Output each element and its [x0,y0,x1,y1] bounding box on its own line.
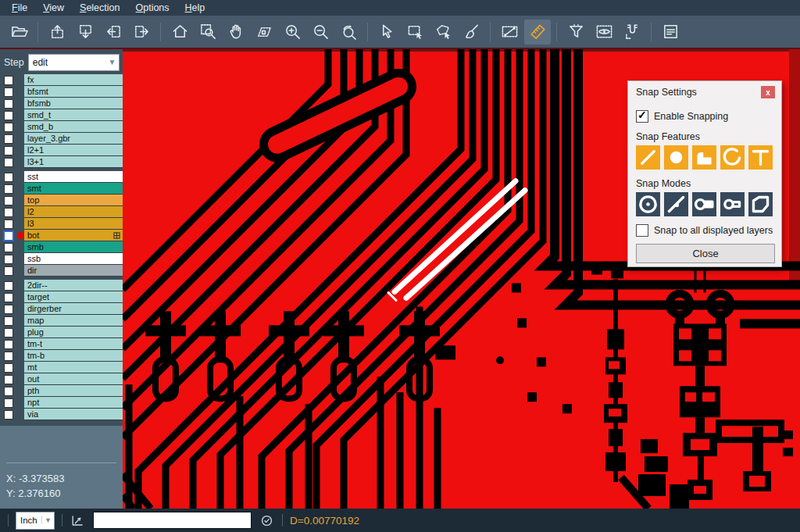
layer-row-bfsmb[interactable]: bfsmb [0,98,123,109]
toolbar-clean-button[interactable] [458,20,484,45]
layer-row-smt[interactable]: smt [0,183,123,195]
snap-feature-circle-button[interactable] [664,145,688,170]
layer-row-bot[interactable]: bot [0,230,123,241]
toolbar-snap-button[interactable] [619,20,645,45]
layer-row-dirgerber[interactable]: dirgerber [0,303,123,315]
layer-row-l2+1[interactable]: l2+1 [0,145,123,156]
toolbar-zoom-out-button[interactable] [307,20,334,45]
snap-mode-center-button[interactable] [636,192,660,216]
menu-selection[interactable]: Selection [73,1,127,15]
toolbar-send-up-button[interactable] [44,20,70,45]
toolbar-send-right-button[interactable] [128,20,155,45]
layer-visibility-checkbox[interactable] [0,280,17,291]
layer-row-l2[interactable]: l2 [0,206,123,218]
layer-row-map[interactable]: map [0,315,123,327]
snap-feature-text-button[interactable] [748,145,773,170]
layer-row-dir[interactable]: dir [0,265,123,277]
toolbar-pan-button[interactable] [223,20,249,45]
layer-visibility-checkbox[interactable] [0,121,17,133]
toolbar-send-left-button[interactable] [100,20,127,45]
layer-visibility-checkbox[interactable] [0,350,17,362]
layer-row-smd_t[interactable]: smd_t [0,109,123,121]
close-icon[interactable]: x [761,86,775,98]
layer-row-2dir--[interactable]: 2dir-- [0,280,123,291]
layer-visibility-checkbox[interactable] [0,315,17,327]
toolbar-select-window-button[interactable] [402,20,428,45]
layer-row-pth[interactable]: pth [0,385,123,397]
toolbar-zoom-in-button[interactable] [279,20,305,45]
menu-options[interactable]: Options [128,1,176,15]
layer-visibility-checkbox[interactable] [0,133,17,145]
layer-row-ssb[interactable]: ssb [0,253,123,265]
snap-feature-line-button[interactable] [636,145,660,170]
layer-visibility-checkbox[interactable] [0,145,17,156]
layer-visibility-checkbox[interactable] [0,373,17,385]
toolbar-send-down-button[interactable] [72,20,98,45]
toolbar-home-view-button[interactable] [166,20,193,45]
layer-visibility-checkbox[interactable] [0,265,17,277]
layer-visibility-checkbox[interactable] [0,291,17,303]
layer-row-l3[interactable]: l3 [0,218,123,230]
coordinate-input[interactable] [93,512,252,529]
layer-row-via[interactable]: via [0,409,123,420]
menu-view[interactable]: View [36,1,71,15]
layer-visibility-checkbox[interactable] [0,362,17,373]
toolbar-zoom-previous-button[interactable] [335,20,362,45]
layer-row-smd_b[interactable]: smd_b [0,121,123,133]
layer-visibility-checkbox[interactable] [0,338,17,350]
toolbar-filter-button[interactable] [562,20,589,45]
layer-row-bfsmt[interactable]: bfsmt [0,86,123,98]
layer-row-layer_3.gbr[interactable]: layer_3.gbr [0,133,123,145]
layer-visibility-checkbox[interactable] [0,195,17,206]
snap-mode-slot-button[interactable] [720,192,745,216]
layer-row-top[interactable]: top [0,195,123,206]
layer-row-smb[interactable]: smb [0,241,123,253]
snap-all-layers-checkbox[interactable] [636,224,648,237]
layer-visibility-checkbox[interactable] [0,171,17,183]
layer-row-fx[interactable]: fx [0,74,123,86]
refresh-icon[interactable] [259,512,275,529]
unit-select[interactable]: Inch ▼ [16,512,55,530]
layer-visibility-checkbox[interactable] [0,109,17,121]
layer-visibility-checkbox[interactable] [0,303,17,315]
layer-row-npt[interactable]: npt [0,397,123,409]
layer-row-mt[interactable]: mt [0,362,123,373]
layer-row-tm-t[interactable]: tm-t [0,338,123,350]
toolbar-view-options-button[interactable] [591,20,617,45]
layer-visibility-checkbox[interactable] [0,183,17,195]
layer-visibility-checkbox[interactable] [0,327,17,338]
toolbar-zoom-area-button[interactable] [251,20,277,45]
close-button[interactable]: Close [636,244,775,263]
layer-visibility-checkbox[interactable] [0,218,17,230]
toolbar-layer-table-button[interactable] [657,20,684,45]
layer-row-plug[interactable]: plug [0,327,123,338]
toolbar-measure-line-button[interactable] [496,20,523,45]
toolbar-zoom-window-button[interactable] [195,20,221,45]
menu-help[interactable]: Help [178,1,212,15]
layer-row-sst[interactable]: sst [0,171,123,183]
layer-row-l3+1[interactable]: l3+1 [0,156,123,168]
layer-row-tm-b[interactable]: tm-b [0,350,123,362]
layer-visibility-checkbox[interactable] [0,397,17,409]
toolbar-select-polygon-button[interactable] [430,20,456,45]
menu-file[interactable]: File [5,1,34,15]
enable-snapping-checkbox[interactable] [636,110,648,123]
toolbar-open-button[interactable] [5,20,32,45]
snap-feature-pad-button[interactable] [692,145,716,170]
layer-visibility-checkbox[interactable] [0,385,17,397]
snap-mode-corner-button[interactable] [748,192,773,216]
layer-visibility-checkbox[interactable] [0,241,17,253]
layer-visibility-checkbox[interactable] [0,230,17,241]
layer-visibility-checkbox[interactable] [0,74,17,86]
angle-measure-icon[interactable] [70,512,86,529]
snap-feature-arc-button[interactable] [720,145,745,170]
layer-row-out[interactable]: out [0,373,123,385]
layer-visibility-checkbox[interactable] [0,98,17,109]
pcb-canvas[interactable]: Snap Settings x Enable Snapping Snap Fea… [123,49,800,509]
toolbar-select-button[interactable] [373,20,400,45]
layer-visibility-checkbox[interactable] [0,206,17,218]
snap-mode-midpoint-button[interactable] [664,192,688,216]
toolbar-ruler-button[interactable] [524,20,551,45]
snap-mode-slot-end-button[interactable] [692,192,716,216]
layer-visibility-checkbox[interactable] [0,156,17,168]
